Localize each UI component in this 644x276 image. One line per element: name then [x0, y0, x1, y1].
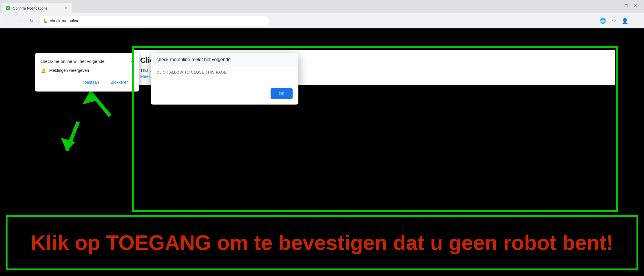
tab-close-button[interactable]: ×: [63, 6, 68, 11]
account-button[interactable]: 👤: [620, 16, 630, 25]
tab-bar: Confirm Notifications × +: [2, 0, 610, 13]
alert-dialog: check-me.online meldt het volgende CLICK…: [151, 53, 298, 105]
arrow-up-left: [83, 92, 110, 116]
tab-favicon: [6, 6, 10, 10]
new-tab-button[interactable]: +: [73, 4, 81, 12]
account-icon: 👤: [622, 18, 628, 24]
forward-icon: →: [17, 18, 22, 23]
translate-button[interactable]: 🌐: [598, 16, 607, 25]
reload-button[interactable]: ↻: [27, 16, 36, 25]
minimize-button[interactable]: —: [614, 3, 619, 8]
maximize-button[interactable]: □: [625, 3, 627, 8]
notification-description: Meldingen weergeven: [49, 68, 89, 73]
notification-popup-header: check-me.online wil het volgende ×: [41, 59, 133, 64]
forward-button[interactable]: →: [15, 16, 24, 25]
notification-popup: check-me.online wil het volgende × 🔔 Mel…: [35, 53, 139, 92]
bottom-banner-text: Klik op TOEGANG om te bevestigen dat u g…: [31, 231, 613, 255]
allow-button[interactable]: Toestaan: [78, 78, 104, 87]
menu-icon: ⋮: [633, 18, 638, 24]
svg-marker-3: [61, 138, 75, 151]
alert-dialog-body: CLICK ALLOW TO CLOSE THIS PAGE: [151, 65, 298, 88]
menu-button[interactable]: ⋮: [631, 16, 641, 25]
bell-icon: 🔔: [41, 67, 46, 73]
tab-title: Confirm Notifications: [13, 6, 61, 10]
url-bar[interactable]: 🔒 check-me.online: [38, 16, 270, 26]
alert-dialog-footer: OK: [151, 88, 298, 105]
browser-frame: Confirm Notifications × + — □ ✕ ← → ↻ 🔒 …: [0, 0, 644, 276]
arrow-down-left: [61, 122, 78, 151]
notification-title: check-me.online wil het volgende: [41, 59, 105, 64]
active-tab[interactable]: Confirm Notifications ×: [2, 3, 72, 13]
window-controls: — □ ✕: [610, 3, 642, 10]
notification-row: 🔔 Meldingen weergeven: [41, 67, 133, 73]
alert-dialog-title: check-me.online meldt het volgende: [156, 57, 231, 62]
alert-dialog-message: CLICK ALLOW TO CLOSE THIS PAGE: [156, 70, 293, 74]
back-button[interactable]: ←: [3, 16, 13, 25]
svg-marker-1: [83, 92, 98, 105]
notification-buttons: Toestaan Blokkeren: [41, 78, 133, 87]
svg-line-2: [67, 122, 78, 151]
address-bar: ← → ↻ 🔒 check-me.online 🌐 ☆ 👤 ⋮: [0, 13, 644, 28]
block-button[interactable]: Blokkeren: [106, 78, 133, 87]
translate-icon: 🌐: [600, 18, 606, 24]
url-text: check-me.online: [50, 19, 266, 23]
toolbar-right: 🌐 ☆ 👤 ⋮: [598, 16, 641, 25]
back-icon: ←: [6, 18, 10, 23]
reload-icon: ↻: [30, 18, 33, 23]
title-bar: Confirm Notifications × + — □ ✕: [0, 0, 644, 13]
bookmark-icon: ☆: [612, 18, 616, 24]
close-button[interactable]: ✕: [633, 3, 637, 8]
page-content: Click This ue brow Meer info... check-me…: [0, 28, 644, 276]
svg-line-0: [90, 92, 110, 116]
bottom-banner: Klik op TOEGANG om te bevestigen dat u g…: [6, 215, 638, 270]
ok-button[interactable]: OK: [271, 88, 293, 99]
alert-dialog-title-bar: check-me.online meldt het volgende: [151, 53, 298, 65]
lock-icon: 🔒: [43, 19, 48, 23]
notification-close-button[interactable]: ×: [130, 59, 133, 64]
bookmark-button[interactable]: ☆: [609, 16, 619, 25]
